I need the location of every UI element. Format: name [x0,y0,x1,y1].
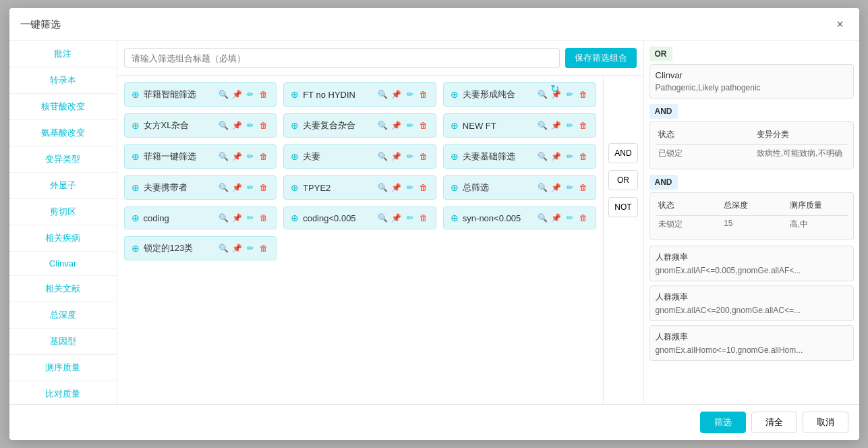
sidebar-item-6[interactable]: 剪切区 [9,199,117,225]
edit-icon-10[interactable]: ✏ [405,182,415,193]
not-button[interactable]: NOT [608,197,638,217]
edit-icon-4[interactable]: ✏ [405,120,415,131]
filter-card-9[interactable]: ⊕ 夫妻携带者 🔍 📌 ✏ 🗑 [124,175,277,200]
search-icon-6[interactable]: 🔍 [218,151,229,162]
or-button[interactable]: OR [608,170,638,190]
sidebar-item-13[interactable]: 比对质量 [9,381,117,404]
search-icon-8[interactable]: 🔍 [538,151,548,162]
sidebar-item-9[interactable]: 相关文献 [9,276,117,302]
pin-icon-7[interactable]: 📌 [391,151,402,162]
filter-card-5[interactable]: ⊕ NEW FT 🔍 📌 ✏ 🗑 [443,113,596,138]
search-icon-7[interactable]: 🔍 [378,151,388,162]
filter-card-10[interactable]: ⊕ TPYE2 🔍 📌 ✏ 🗑 [283,175,436,200]
edit-icon-6[interactable]: ✏ [245,151,256,162]
filter-card-12[interactable]: ⊕ coding 🔍 📌 ✏ 🗑 [124,206,277,229]
save-filter-button[interactable]: 保存筛选组合 [565,48,637,68]
pin-icon-1[interactable]: 📌 [391,89,402,100]
edit-icon-3[interactable]: ✏ [245,120,256,131]
search-icon-15[interactable]: 🔍 [218,243,229,254]
search-icon-9[interactable]: 🔍 [218,182,229,193]
search-icon-12[interactable]: 🔍 [218,213,229,223]
edit-icon-14[interactable]: ✏ [565,213,575,223]
filter-card-11[interactable]: ⊕ 总筛选 🔍 📌 ✏ 🗑 [443,175,596,200]
filter-card-3[interactable]: ⊕ 女方XL杂合 🔍 📌 ✏ 🗑 [124,113,277,138]
delete-icon-6[interactable]: 🗑 [258,151,269,162]
delete-icon-3[interactable]: 🗑 [258,120,269,131]
filter-card-7[interactable]: ⊕ 夫妻 🔍 📌 ✏ 🗑 [283,144,436,169]
delete-icon-0[interactable]: 🗑 [258,89,269,100]
pin-icon-11[interactable]: 📌 [551,182,562,193]
filter-card-14[interactable]: ⊕ syn-non<0.005 🔍 📌 ✏ 🗑 [443,206,596,229]
search-icon-10[interactable]: 🔍 [378,182,388,193]
edit-icon-11[interactable]: ✏ [565,182,575,193]
sidebar-item-8[interactable]: Clinvar [9,252,117,276]
pin-icon-0[interactable]: 📌 [231,89,242,100]
search-icon-5[interactable]: 🔍 [538,120,548,131]
edit-icon-12[interactable]: ✏ [245,213,256,223]
pin-icon-3[interactable]: 📌 [231,120,242,131]
sidebar-item-2[interactable]: 核苷酸改变 [9,94,117,120]
filter-card-6[interactable]: ⊕ 菲籍一键筛选 🔍 📌 ✏ 🗑 [124,144,277,169]
delete-icon-15[interactable]: 🗑 [258,243,269,254]
delete-icon-2[interactable]: 🗑 [578,89,589,100]
delete-icon-1[interactable]: 🗑 [418,89,429,100]
filter-title-input[interactable] [124,48,560,68]
sidebar-item-5[interactable]: 外显子 [9,173,117,199]
pin-icon-12[interactable]: 📌 [231,213,242,223]
sidebar-item-0[interactable]: 批注 [9,41,117,67]
search-icon-4[interactable]: 🔍 [378,120,388,131]
pin-icon-15[interactable]: 📌 [231,243,242,254]
filter-button[interactable]: 筛选 [700,412,746,433]
close-button[interactable]: × [832,16,848,32]
sidebar-item-1[interactable]: 转录本 [9,67,117,94]
sidebar-item-11[interactable]: 基因型 [9,329,117,355]
filter-card-8[interactable]: ⊕ 夫妻基础筛选 🔍 📌 ✏ 🗑 [443,144,596,169]
search-icon-11[interactable]: 🔍 [538,182,548,193]
edit-icon-13[interactable]: ✏ [405,213,415,223]
pin-icon-10[interactable]: 📌 [391,182,402,193]
and-button[interactable]: AND [608,143,638,163]
delete-icon-5[interactable]: 🗑 [578,120,589,131]
delete-icon-10[interactable]: 🗑 [418,182,429,193]
search-icon-0[interactable]: 🔍 [218,89,229,100]
edit-icon-0[interactable]: ✏ [245,89,256,100]
sidebar-item-3[interactable]: 氨基酸改变 [9,120,117,146]
delete-icon-12[interactable]: 🗑 [258,213,269,223]
search-icon-13[interactable]: 🔍 [378,213,388,223]
pin-icon-13[interactable]: 📌 [391,213,402,223]
filter-card-1[interactable]: ⊕ FT no HYDIN 🔍 📌 ✏ 🗑 [283,82,436,107]
delete-icon-4[interactable]: 🗑 [418,120,429,131]
edit-icon-1[interactable]: ✏ [405,89,415,100]
pin-icon-6[interactable]: 📌 [231,151,242,162]
edit-icon-2[interactable]: ✏ [565,89,575,100]
filter-card-0[interactable]: ⊕ 菲籍智能筛选 🔍 📌 ✏ 🗑 [124,82,277,107]
clear-button[interactable]: 清全 [751,412,797,433]
sidebar-item-4[interactable]: 变异类型 [9,146,117,173]
search-icon-2[interactable]: 🔍 [538,89,548,100]
search-icon-3[interactable]: 🔍 [218,120,229,131]
delete-icon-11[interactable]: 🗑 [578,182,589,193]
pin-icon-9[interactable]: 📌 [231,182,242,193]
pin-icon-5[interactable]: 📌 [551,120,562,131]
delete-icon-7[interactable]: 🗑 [418,151,429,162]
delete-icon-13[interactable]: 🗑 [418,213,429,223]
pin-icon-14[interactable]: 📌 [551,213,562,223]
delete-icon-9[interactable]: 🗑 [258,182,269,193]
delete-icon-14[interactable]: 🗑 [578,213,589,223]
sidebar-item-10[interactable]: 总深度 [9,302,117,329]
edit-icon-8[interactable]: ✏ [565,151,575,162]
filter-card-15[interactable]: ⊕ 锁定的123类 🔍 📌 ✏ 🗑 [124,236,277,260]
edit-icon-9[interactable]: ✏ [245,182,256,193]
filter-card-4[interactable]: ⊕ 夫妻复合杂合 🔍 📌 ✏ 🗑 [283,113,436,138]
search-icon-1[interactable]: 🔍 [378,89,388,100]
filter-card-13[interactable]: ⊕ coding<0.005 🔍 📌 ✏ 🗑 [283,206,436,229]
pin-icon-8[interactable]: 📌 [551,151,562,162]
sidebar-item-12[interactable]: 测序质量 [9,355,117,381]
pin-icon-4[interactable]: 📌 [391,120,402,131]
edit-icon-5[interactable]: ✏ [565,120,575,131]
edit-icon-15[interactable]: ✏ [245,243,256,254]
refresh-icon[interactable]: ↻ [550,82,559,95]
sidebar-item-7[interactable]: 相关疾病 [9,225,117,252]
cancel-button[interactable]: 取消 [803,412,848,433]
delete-icon-8[interactable]: 🗑 [578,151,589,162]
